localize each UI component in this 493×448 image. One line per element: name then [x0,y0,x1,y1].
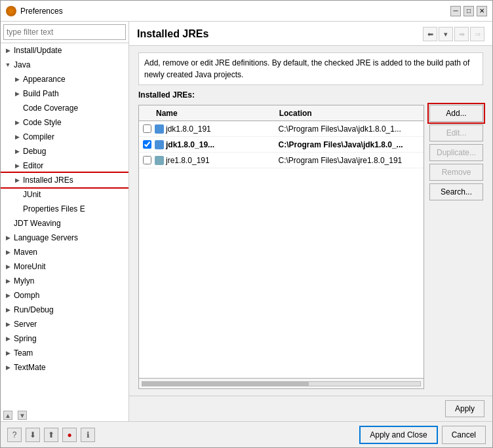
search-button[interactable]: Search... [429,183,483,200]
content-panel: Installed JREs ⬅ ▾ ➡ ⇒ Add, remove or ed… [129,22,492,421]
sidebar-item-installed-jres[interactable]: Installed JREs [1,173,128,187]
checkbox-jdk2[interactable] [143,140,151,149]
checkbox-jre1[interactable] [143,156,151,164]
sidebar-item-label-language-servers: Language Servers [14,233,78,242]
sidebar-item-spring[interactable]: Spring [1,331,128,346]
sidebar-item-label-editor: Editor [23,161,43,170]
sidebar-item-label-jdt-weaving: JDT Weaving [14,219,61,228]
tree-arrow-oomph [3,291,12,300]
close-button[interactable]: ✕ [477,6,487,16]
sidebar-item-moreunit[interactable]: MoreUnit [1,259,128,274]
jdk-icon [155,124,164,134]
sidebar-item-jdt-weaving[interactable]: JDT Weaving [1,216,128,231]
cancel-button[interactable]: Cancel [442,426,486,444]
duplicate-button[interactable]: Duplicate... [429,144,483,161]
sidebar-item-build-path[interactable]: Build Path [1,86,128,101]
apply-close-button[interactable]: Apply and Close [359,426,437,444]
description-text: Add, remove or edit JRE definitions. By … [138,52,483,85]
content-header: Installed JREs ⬅ ▾ ➡ ⇒ [129,22,492,46]
back-button[interactable]: ⬅ [423,27,437,41]
sidebar-item-label-oomph: Oomph [14,291,39,300]
row-name-text-jdk1: jdk1.8.0_191 [166,124,211,134]
jre-table: Name Location jdk1.8.0_191C:\Program Fil… [138,105,424,389]
titlebar: Preferences ─ □ ✕ [1,1,492,22]
checkbox-jdk1[interactable] [143,124,151,133]
tree-arrow-install-update [3,46,12,55]
import-icon[interactable]: ⬇ [26,428,40,442]
sidebar-item-label-java: Java [14,60,30,69]
tree-arrow-server [3,320,12,329]
tree-arrow-textmate [3,363,12,372]
sidebar-item-label-installed-jres: Installed JREs [23,176,73,185]
tree-arrow-code-style [12,118,22,127]
header-location-col: Location [277,109,424,118]
row-location-jre1: C:\Program Files\Java\jre1.8.0_191 [276,156,424,165]
jre-panel: Name Location jdk1.8.0_191C:\Program Fil… [138,105,483,389]
sidebar-item-team[interactable]: Team [1,346,128,360]
table-row[interactable]: jdk1.8.0_191C:\Program Files\Java\jdk1.8… [139,121,424,137]
jre-action-buttons: Add... Edit... Duplicate... Remove Searc… [429,105,483,389]
sidebar-item-appearance[interactable]: Appearance [1,72,128,86]
sidebar-item-language-servers[interactable]: Language Servers [1,231,128,245]
tree-arrow-compiler [12,132,22,141]
scroll-up-button[interactable]: ▲ [3,411,12,420]
tree-arrow-spring [3,334,12,343]
jre-icon [155,156,164,165]
sidebar-item-java[interactable]: Java [1,58,128,72]
sidebar-item-install-update[interactable]: Install/Update [1,43,128,58]
sidebar-item-server[interactable]: Server [1,317,128,331]
table-row[interactable]: jdk1.8.0_19...C:\Program Files\Java\jdk1… [139,137,424,153]
dropdown-button[interactable]: ▾ [439,27,453,41]
table-row[interactable]: jre1.8.0_191C:\Program Files\Java\jre1.8… [139,153,424,168]
sidebar-scroll-arrows: ▲ ▼ [1,409,128,421]
row-check-jre1 [139,156,155,164]
help-icon[interactable]: ? [7,428,22,442]
sidebar-item-label-server: Server [14,320,37,329]
sidebar-item-run-debug[interactable]: Run/Debug [1,303,128,317]
sidebar-item-mylyn[interactable]: Mylyn [1,274,128,288]
sidebar-item-label-build-path: Build Path [23,89,59,98]
sidebar-item-properties-files[interactable]: Properties Files E [1,202,128,216]
row-name-text-jdk2: jdk1.8.0_19... [166,140,214,149]
forward2-button[interactable]: ⇒ [470,27,484,41]
tree-arrow-debug [12,147,22,156]
row-check-jdk1 [139,124,155,133]
info-icon[interactable]: ℹ [81,428,95,442]
filter-input[interactable] [3,24,126,40]
content-body: Add, remove or edit JRE definitions. By … [129,46,492,396]
sidebar-item-junit[interactable]: JUnit [1,187,128,202]
maximize-button[interactable]: □ [463,6,474,16]
edit-button[interactable]: Edit... [429,124,483,141]
export-icon[interactable]: ⬆ [44,428,58,442]
minimize-button[interactable]: ─ [450,6,461,16]
scroll-down-button[interactable]: ▼ [18,411,27,420]
apply-button[interactable]: Apply [445,400,484,417]
tree-arrow-mylyn [3,276,12,286]
tree-arrow-editor [12,161,22,170]
sidebar-item-code-style[interactable]: Code Style [1,115,128,130]
sidebar-item-oomph[interactable]: Oomph [1,288,128,303]
sidebar-item-label-team: Team [14,348,33,358]
record-icon[interactable]: ● [62,428,77,442]
row-name-jdk1: jdk1.8.0_191 [155,124,276,134]
sidebar-item-editor[interactable]: Editor [1,159,128,173]
app-icon [6,6,16,16]
sidebar-item-maven[interactable]: Maven [1,245,128,259]
sidebar-item-textmate[interactable]: TextMate [1,360,128,375]
sidebar-item-compiler[interactable]: Compiler [1,130,128,144]
sidebar-item-label-maven: Maven [14,248,37,257]
sidebar-item-label-code-style: Code Style [23,118,62,127]
forward-button[interactable]: ➡ [454,27,469,41]
row-location-jdk1: C:\Program Files\Java\jdk1.8.0_1... [276,124,424,134]
row-name-text-jre1: jre1.8.0_191 [166,156,210,165]
scroll-track[interactable] [142,381,421,386]
tree-arrow-appearance [12,75,22,84]
bottom-bar: Apply [129,396,492,421]
footer-buttons: Apply and Close Cancel [359,426,486,444]
sidebar-item-code-coverage[interactable]: Code Coverage [1,101,128,115]
tree-arrow-java [3,60,12,69]
sidebar-item-debug[interactable]: Debug [1,144,128,159]
add-button[interactable]: Add... [429,105,483,122]
remove-button[interactable]: Remove [429,164,483,181]
sidebar-item-label-textmate: TextMate [14,363,46,372]
